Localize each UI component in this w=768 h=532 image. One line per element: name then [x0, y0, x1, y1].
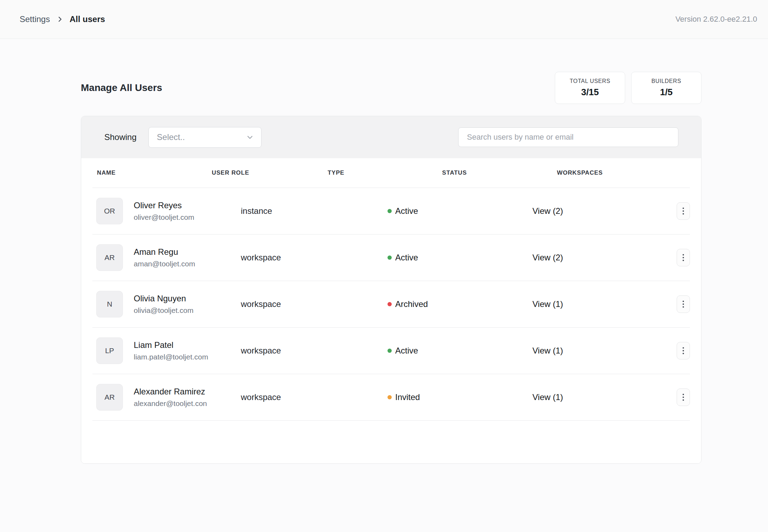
builders-card: BUILDERS 1/5	[631, 72, 701, 104]
chevron-down-icon	[246, 133, 254, 141]
column-header-status: STATUS	[442, 169, 557, 176]
kebab-menu-icon	[683, 208, 684, 215]
user-role: workspace	[241, 253, 388, 262]
avatar: LP	[96, 337, 123, 364]
avatar: AR	[96, 244, 123, 271]
search-input[interactable]	[458, 127, 678, 147]
version-label: Version 2.62.0-ee2.21.0	[675, 15, 757, 24]
user-email: alexander@tooljet.con	[134, 399, 207, 408]
column-header-workspaces: WORKSPACES	[557, 169, 690, 176]
users-panel: Showing Select.. NAME USER ROLE TYPE STA…	[81, 116, 701, 464]
status-label: Invited	[395, 392, 420, 402]
top-bar: Settings All users Version 2.62.0-ee2.21…	[0, 0, 768, 39]
breadcrumb: Settings All users	[20, 14, 105, 24]
workspaces-view-link[interactable]: View (2)	[532, 253, 563, 262]
row-actions-button[interactable]	[677, 202, 690, 220]
page-header-row: Manage All Users TOTAL USERS 3/15 BUILDE…	[81, 72, 701, 104]
user-email: oliver@tooljet.com	[134, 212, 194, 222]
status-filter-value: Select..	[157, 132, 185, 142]
user-role: workspace	[241, 299, 388, 309]
status-dot	[388, 209, 392, 213]
user-email: liam.patel@tooljet.com	[134, 352, 208, 362]
kebab-menu-icon	[683, 347, 684, 354]
breadcrumb-current-page: All users	[70, 14, 105, 24]
user-role: workspace	[241, 392, 388, 402]
workspaces-view-link[interactable]: View (1)	[532, 392, 563, 402]
avatar: OR	[96, 198, 123, 224]
status-label: Archived	[395, 299, 428, 309]
workspaces-view-link[interactable]: View (1)	[532, 299, 563, 309]
users-table: NAME USER ROLE TYPE STATUS WORKSPACES OR…	[81, 158, 701, 463]
status-dot	[388, 302, 392, 306]
column-header-name: NAME	[92, 169, 212, 176]
row-actions-button[interactable]	[677, 295, 690, 313]
row-actions-button[interactable]	[677, 342, 690, 359]
showing-label: Showing	[104, 132, 137, 142]
user-email: olivia@tooljet.com	[134, 306, 194, 315]
table-row: OR Oliver Reyes oliver@tooljet.com insta…	[92, 188, 690, 234]
row-actions-button[interactable]	[677, 388, 690, 406]
column-header-type: TYPE	[328, 169, 442, 176]
table-row: LP Liam Patel liam.patel@tooljet.com wor…	[92, 328, 690, 374]
chevron-right-icon	[56, 16, 63, 23]
kebab-menu-icon	[683, 301, 684, 308]
user-name: Liam Patel	[134, 340, 208, 351]
user-role: instance	[241, 206, 388, 216]
user-role: workspace	[241, 346, 388, 356]
kebab-menu-icon	[683, 254, 684, 261]
status-dot	[388, 349, 392, 353]
table-row: AR Alexander Ramirez alexander@tooljet.c…	[92, 374, 690, 421]
avatar: N	[96, 291, 123, 317]
column-header-user-role: USER ROLE	[212, 169, 328, 176]
status-dot	[388, 395, 392, 399]
user-name: Aman Regu	[134, 246, 195, 258]
status-dot	[388, 255, 392, 260]
main-content: Manage All Users TOTAL USERS 3/15 BUILDE…	[0, 39, 768, 464]
status-label: Active	[395, 253, 418, 262]
page-title: Manage All Users	[81, 82, 162, 93]
table-row: AR Aman Regu aman@tooljet.com workspace …	[92, 234, 690, 281]
builders-value: 1/5	[660, 87, 672, 98]
status-label: Active	[395, 346, 418, 356]
row-actions-button[interactable]	[677, 249, 690, 266]
workspaces-view-link[interactable]: View (2)	[532, 206, 563, 216]
avatar: AR	[96, 384, 123, 411]
total-users-label: TOTAL USERS	[570, 78, 610, 84]
breadcrumb-settings-link[interactable]: Settings	[20, 14, 50, 24]
user-name: Oliver Reyes	[134, 200, 194, 211]
user-name: Alexander Ramirez	[134, 386, 207, 397]
total-users-value: 3/15	[581, 87, 599, 98]
kebab-menu-icon	[683, 394, 684, 401]
builders-label: BUILDERS	[651, 78, 681, 84]
stats: TOTAL USERS 3/15 BUILDERS 1/5	[555, 72, 701, 104]
status-filter-select[interactable]: Select..	[148, 127, 261, 148]
user-name: Olivia Nguyen	[134, 293, 194, 304]
status-label: Active	[395, 206, 418, 216]
table-header-row: NAME USER ROLE TYPE STATUS WORKSPACES	[92, 158, 690, 188]
filters-bar: Showing Select..	[81, 116, 701, 158]
user-email: aman@tooljet.com	[134, 259, 195, 269]
total-users-card: TOTAL USERS 3/15	[555, 72, 625, 104]
workspaces-view-link[interactable]: View (1)	[532, 346, 563, 355]
table-row: N Olivia Nguyen olivia@tooljet.com works…	[92, 281, 690, 328]
